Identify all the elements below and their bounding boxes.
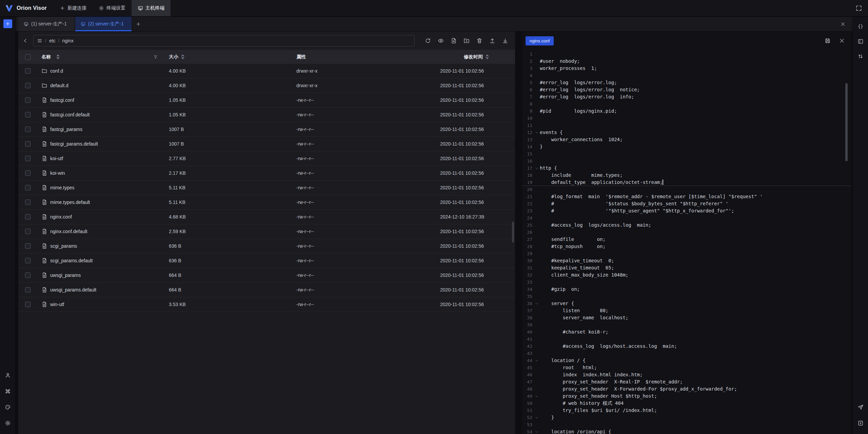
send-button[interactable]	[855, 400, 866, 414]
tab-server-2[interactable]: (2) server-生产-1	[75, 17, 132, 31]
column-header-name[interactable]: 名称	[41, 54, 51, 60]
file-name[interactable]: uwsgi_params	[50, 272, 81, 278]
code-line[interactable]: 49 proxy_set_header Host $http_host;	[522, 393, 851, 400]
table-row[interactable]: fastcgi.conf1.05 KB-rw-r--r--2020-11-01 …	[18, 93, 515, 108]
row-checkbox[interactable]	[25, 156, 31, 161]
code-line[interactable]: 40 #charset koi8-r;	[522, 328, 851, 336]
row-checkbox[interactable]	[25, 229, 31, 234]
code-line[interactable]: 4	[522, 72, 851, 79]
scrollbar-thumb[interactable]	[512, 222, 514, 243]
code-line[interactable]: 36 server {	[522, 300, 851, 307]
code-line[interactable]: 34 #gzip on;	[522, 286, 851, 293]
table-row[interactable]: default.d4.00 KBdrwxr-xr-x2020-11-01 10:…	[18, 78, 515, 93]
code-line[interactable]: 24	[522, 214, 851, 222]
menu-terminal-settings[interactable]: 终端设置	[93, 0, 132, 16]
row-checkbox[interactable]	[25, 127, 31, 132]
fullscreen-button[interactable]	[854, 3, 864, 13]
new-tab-button[interactable]	[132, 17, 144, 31]
column-header-size[interactable]: 大小	[169, 54, 178, 60]
user-button[interactable]	[2, 369, 14, 382]
row-checkbox[interactable]	[25, 302, 31, 307]
code-line[interactable]: 46 index index.html index.htm;	[522, 371, 851, 378]
braces-button[interactable]	[855, 19, 866, 34]
row-checkbox[interactable]	[25, 112, 31, 117]
code-line[interactable]: 9#pid logs/nginx.pid;	[522, 108, 851, 115]
file-name[interactable]: nginx.conf.default	[50, 229, 87, 234]
table-row[interactable]: mime.types5.11 KB-rw-r--r--2020-11-01 10…	[18, 181, 515, 195]
path-segment[interactable]: nginx	[62, 38, 73, 43]
file-name[interactable]: conf.d	[50, 68, 63, 74]
code-line[interactable]: 44 location / {	[522, 357, 851, 364]
code-line[interactable]: 21 #log_format main '$remote_addr - $rem…	[522, 193, 851, 200]
table-row[interactable]: fastcgi.conf.default1.05 KB-rw-r--r--202…	[18, 108, 515, 122]
code-line[interactable]: 48 proxy_set_header X-Forwarded-For $pro…	[522, 385, 851, 393]
code-line[interactable]: 12events {	[522, 129, 851, 136]
close-tabs-button[interactable]	[837, 17, 849, 31]
new-file-button[interactable]	[449, 36, 459, 46]
fold-toggle-icon[interactable]	[535, 166, 539, 170]
close-editor-button[interactable]	[837, 36, 847, 46]
code-line[interactable]: 50 # web history 模式 404	[522, 400, 851, 407]
back-button[interactable]	[20, 36, 31, 46]
row-checkbox[interactable]	[25, 141, 31, 147]
table-row[interactable]: uwsgi_params.default664 B-rw-r--r--2020-…	[18, 283, 515, 297]
row-checkbox[interactable]	[25, 97, 31, 103]
code-line[interactable]: 17http {	[522, 165, 851, 172]
row-checkbox[interactable]	[25, 272, 31, 278]
code-line[interactable]: 11	[522, 122, 851, 129]
table-row[interactable]: win-utf3.53 KB-rw-r--r--2020-11-01 10:02…	[18, 297, 515, 312]
file-name[interactable]: uwsgi_params.default	[50, 287, 96, 293]
app-box-button[interactable]	[855, 416, 866, 430]
new-connection-button[interactable]	[3, 19, 12, 28]
tab-server-1[interactable]: (1) server-生产-1	[18, 17, 75, 31]
code-line[interactable]: 42 #access_log logs/host.access.log main…	[522, 343, 851, 350]
file-name[interactable]: mime.types	[50, 185, 75, 190]
code-line[interactable]: 32 client_max_body_size 1048m;	[522, 271, 851, 279]
row-checkbox[interactable]	[25, 287, 31, 293]
code-line[interactable]: 28 #tcp_nopush on;	[522, 243, 851, 250]
row-checkbox[interactable]	[25, 214, 31, 220]
table-row[interactable]: scgi_params636 B-rw-r--r--2020-11-01 10:…	[18, 239, 515, 253]
code-line[interactable]: 26	[522, 229, 851, 236]
code-line[interactable]: 47 proxy_set_header X-Real-IP $remote_ad…	[522, 378, 851, 385]
file-name[interactable]: fastcgi_params	[50, 127, 82, 132]
trash-button[interactable]	[474, 36, 485, 46]
code-line[interactable]: 8	[522, 100, 851, 108]
table-row[interactable]: nginx.conf.default2.59 KB-rw-r--r--2020-…	[18, 224, 515, 239]
code-line[interactable]: 33	[522, 279, 851, 286]
fold-toggle-icon[interactable]	[535, 302, 539, 306]
code-line[interactable]: 19 default_type application/octet-stream…	[522, 179, 851, 186]
code-line[interactable]: 43	[522, 350, 851, 357]
file-name[interactable]: mime.types.default	[50, 200, 90, 205]
menu-host-terminal[interactable]: 主机终端	[132, 0, 171, 16]
file-name[interactable]: fastcgi.conf.default	[50, 112, 90, 117]
file-name[interactable]: fastcgi.conf	[50, 97, 74, 103]
table-row[interactable]: scgi_params.default636 B-rw-r--r--2020-1…	[18, 253, 515, 268]
refresh-button[interactable]	[423, 36, 433, 46]
code-line[interactable]: 10	[522, 115, 851, 122]
fold-toggle-icon[interactable]	[535, 416, 539, 420]
row-checkbox[interactable]	[25, 200, 31, 205]
fold-toggle-icon[interactable]	[535, 359, 539, 363]
table-row[interactable]: fastcgi_params.default1007 B-rw-r--r--20…	[18, 137, 515, 151]
download-button[interactable]	[500, 36, 510, 46]
code-line[interactable]: 2#user nobody;	[522, 58, 851, 65]
code-line[interactable]: 16	[522, 157, 851, 165]
swap-button[interactable]	[855, 49, 866, 64]
code-line[interactable]: 45 root html;	[522, 364, 851, 371]
file-name[interactable]: win-utf	[50, 302, 64, 307]
table-row[interactable]: conf.d4.00 KBdrwxr-xr-x2020-11-01 10:02:…	[18, 64, 515, 78]
sort-icon[interactable]	[56, 54, 60, 59]
table-row[interactable]: koi-utf2.77 KB-rw-r--r--2020-11-01 10:02…	[18, 151, 515, 166]
code-line[interactable]: 1	[522, 51, 851, 58]
sort-icon[interactable]	[181, 54, 184, 59]
table-row[interactable]: uwsgi_params664 B-rw-r--r--2020-11-01 10…	[18, 268, 515, 283]
table-row[interactable]: koi-win2.17 KB-rw-r--r--2020-11-01 10:02…	[18, 166, 515, 181]
code-line[interactable]: 6#error_log logs/error.log notice;	[522, 86, 851, 93]
code-line[interactable]: 41	[522, 336, 851, 343]
code-line[interactable]: 31 keepalive_timeout 65;	[522, 264, 851, 271]
app-brand[interactable]: Orion Visor	[0, 0, 54, 16]
code-line[interactable]: 13 worker_connections 1024;	[522, 136, 851, 143]
code-line[interactable]: 14}	[522, 143, 851, 150]
code-line[interactable]: 7#error_log logs/error.log info;	[522, 93, 851, 100]
